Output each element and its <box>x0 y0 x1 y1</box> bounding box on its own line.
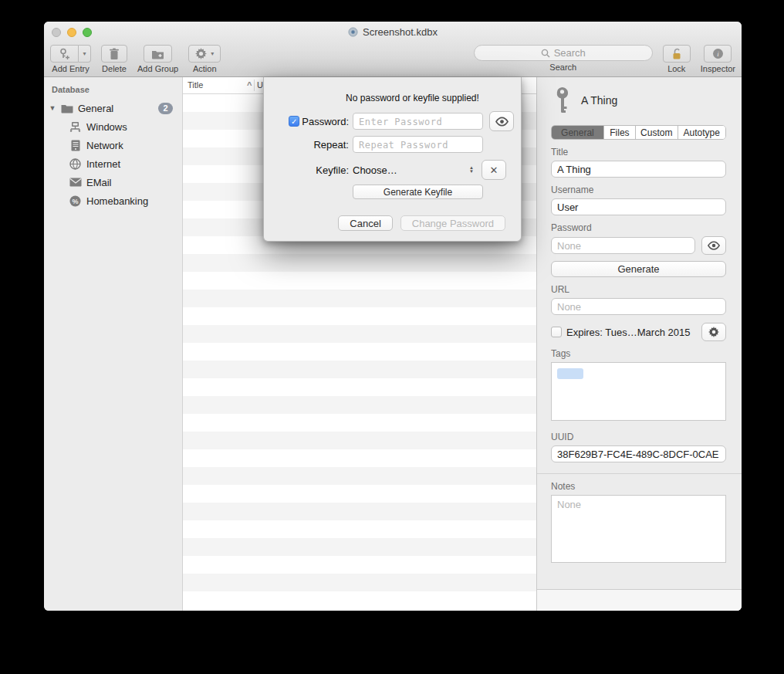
add-group-group: Add Group <box>137 45 178 73</box>
info-icon: i <box>712 48 724 59</box>
password-field-label: Password <box>551 222 726 233</box>
cancel-button[interactable]: Cancel <box>338 215 392 231</box>
column-divider[interactable] <box>254 80 255 91</box>
gear-icon <box>708 327 719 337</box>
keyfile-popup[interactable]: Choose… ▲ ▼ <box>353 164 475 176</box>
window-chrome: Screenshot.kdbx ▾ Add Entry <box>44 22 742 77</box>
sidebar-item-label: General <box>78 103 113 114</box>
close-x-icon: ✕ <box>490 164 498 176</box>
expires-settings-button[interactable] <box>701 323 726 341</box>
repeat-password-input[interactable] <box>353 136 483 153</box>
tags-label: Tags <box>551 348 726 359</box>
percent-circle-icon: % <box>69 195 82 208</box>
inspector-button[interactable]: i <box>704 45 732 63</box>
sidebar-section-header: Database <box>44 83 182 99</box>
search-label: Search <box>549 63 576 72</box>
sidebar-item-label: Homebanking <box>86 195 148 207</box>
reveal-password-button[interactable] <box>489 111 514 131</box>
inspector-group: i Inspector <box>701 45 735 73</box>
sidebar: Database ▼ General 2 <box>44 77 183 611</box>
notes-label: Notes <box>551 481 726 492</box>
expires-checkbox[interactable] <box>551 327 562 337</box>
trash-icon <box>109 48 120 60</box>
add-entry-label: Add Entry <box>52 64 89 73</box>
change-password-button[interactable]: Change Password <box>400 215 505 231</box>
sidebar-item-label: Internet <box>86 158 120 170</box>
sort-ascending-icon: ^ <box>247 80 252 90</box>
envelope-icon <box>69 176 82 189</box>
close-button[interactable] <box>52 28 61 37</box>
add-group-button[interactable] <box>144 45 172 63</box>
key-plus-icon <box>50 45 79 63</box>
tags-field[interactable] <box>551 362 726 421</box>
eye-icon <box>707 241 721 250</box>
server-icon <box>69 139 82 152</box>
sidebar-item-general[interactable]: ▼ General 2 <box>44 99 182 117</box>
enter-password-input[interactable] <box>353 113 483 130</box>
action-button[interactable]: ▾ <box>188 45 221 63</box>
title-field[interactable] <box>551 161 726 178</box>
reveal-password-button[interactable] <box>701 236 726 255</box>
key-icon <box>554 86 570 114</box>
traffic-lights <box>52 22 92 42</box>
generate-password-button[interactable]: Generate <box>551 261 726 277</box>
password-field[interactable] <box>551 237 695 254</box>
svg-text:%: % <box>72 197 78 205</box>
search-input[interactable] <box>474 45 653 61</box>
uuid-label: UUID <box>551 432 726 442</box>
zoom-button[interactable] <box>83 28 92 37</box>
document-icon <box>348 27 358 37</box>
add-entry-dropdown[interactable]: ▾ <box>79 45 91 63</box>
sidebar-item-network[interactable]: Network <box>44 136 182 154</box>
toolbar: ▾ Add Entry Delete <box>44 42 742 76</box>
window-title-text: Screenshot.kdbx <box>363 26 438 38</box>
search-group: Search Search <box>474 45 653 72</box>
lock-button[interactable] <box>663 45 691 63</box>
minimize-button[interactable] <box>67 28 76 37</box>
generate-keyfile-button[interactable]: Generate Keyfile <box>353 185 483 199</box>
add-entry-button[interactable]: ▾ <box>50 45 91 63</box>
lock-icon <box>671 48 683 60</box>
sidebar-item-email[interactable]: EMail <box>44 173 182 191</box>
sidebar-item-label: EMail <box>86 177 112 188</box>
lock-group: Lock <box>663 45 691 73</box>
uuid-field[interactable] <box>551 445 726 462</box>
tab-custom[interactable]: Custom <box>636 126 678 139</box>
delete-group: Delete <box>101 45 127 73</box>
windows-network-icon <box>69 120 82 134</box>
tab-autotype[interactable]: Autotype <box>678 126 726 139</box>
change-password-sheet: No password or keyfile supplied! ✓ Passw… <box>263 77 522 242</box>
tag-pill[interactable] <box>557 368 583 379</box>
sidebar-item-homebanking[interactable]: % Homebanking <box>44 191 182 210</box>
tab-general[interactable]: General <box>552 126 604 139</box>
url-field[interactable] <box>551 298 726 315</box>
title-field-label: Title <box>551 147 726 157</box>
clear-keyfile-button[interactable]: ✕ <box>482 160 506 180</box>
titlebar[interactable]: Screenshot.kdbx <box>44 22 742 42</box>
username-field-label: Username <box>551 185 726 195</box>
column-header-username[interactable]: U <box>257 80 263 90</box>
inspector-footer <box>537 589 742 611</box>
notes-field[interactable] <box>551 495 726 563</box>
sidebar-item-internet[interactable]: Internet <box>44 154 182 173</box>
inspector-separator <box>537 473 742 474</box>
entry-header: A Thing <box>554 85 726 116</box>
expires-label: Expires: Tues…March 2015 <box>566 327 697 338</box>
username-field[interactable] <box>551 198 726 215</box>
tab-files[interactable]: Files <box>604 126 636 139</box>
folder-plus-icon <box>151 49 164 59</box>
password-checkbox[interactable]: ✓ <box>289 116 299 127</box>
sidebar-item-label: Network <box>86 140 123 151</box>
inspector-tabs: General Files Custom Autotype <box>551 125 726 140</box>
inspector-label: Inspector <box>701 64 735 73</box>
action-label: Action <box>193 64 217 73</box>
entry-title: A Thing <box>581 94 617 107</box>
disclosure-triangle-icon[interactable]: ▼ <box>47 104 58 112</box>
sidebar-item-windows[interactable]: Windows <box>44 117 182 136</box>
delete-button[interactable] <box>101 45 127 63</box>
delete-label: Delete <box>102 64 127 73</box>
folder-icon <box>60 102 73 115</box>
column-header-title[interactable]: Title <box>188 80 203 90</box>
app-window: Screenshot.kdbx ▾ Add Entry <box>44 22 742 611</box>
inspector-panel: A Thing General Files Custom Autotype Ti… <box>537 77 742 611</box>
